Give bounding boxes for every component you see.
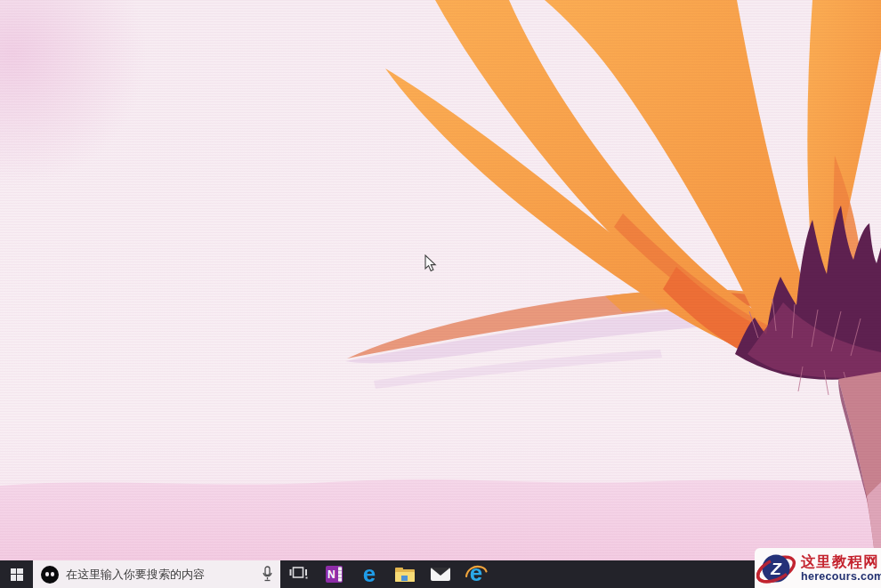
flower-artwork <box>0 0 881 560</box>
desktop-wallpaper <box>0 0 881 560</box>
search-input[interactable] <box>59 568 262 581</box>
mouse-cursor <box>424 254 437 272</box>
onenote-icon: N <box>326 566 343 583</box>
taskbar-item-file-explorer[interactable] <box>387 560 423 588</box>
windows-logo-icon <box>11 568 23 581</box>
taskbar-item-edge[interactable]: e <box>352 560 387 588</box>
taskbar-item-internet-explorer[interactable]: e <box>458 560 494 588</box>
watermark-logo-icon: Z <box>756 545 799 588</box>
mail-icon <box>431 568 450 581</box>
onenote-letter: N <box>326 569 335 580</box>
folder-icon <box>395 568 415 582</box>
task-view-button[interactable] <box>280 560 316 588</box>
taskbar: N e e <box>0 560 881 588</box>
start-button[interactable] <box>0 560 33 588</box>
taskbar-item-onenote[interactable]: N <box>316 560 352 588</box>
desktop: N e e Z <box>0 0 881 588</box>
task-view-icon <box>289 566 308 583</box>
site-watermark: Z 这里教程网 herecours.com <box>755 548 881 588</box>
microphone-icon[interactable] <box>262 566 273 583</box>
cortana-icon <box>41 566 59 584</box>
watermark-logo-letter: Z <box>770 560 782 578</box>
taskbar-search[interactable] <box>33 560 280 588</box>
taskbar-item-mail[interactable] <box>423 560 458 588</box>
watermark-site-url[interactable]: herecours.com <box>801 570 881 583</box>
edge-icon: e <box>363 562 376 585</box>
watermark-site-name: 这里教程网 <box>801 553 881 570</box>
ie-icon: e <box>465 563 488 586</box>
